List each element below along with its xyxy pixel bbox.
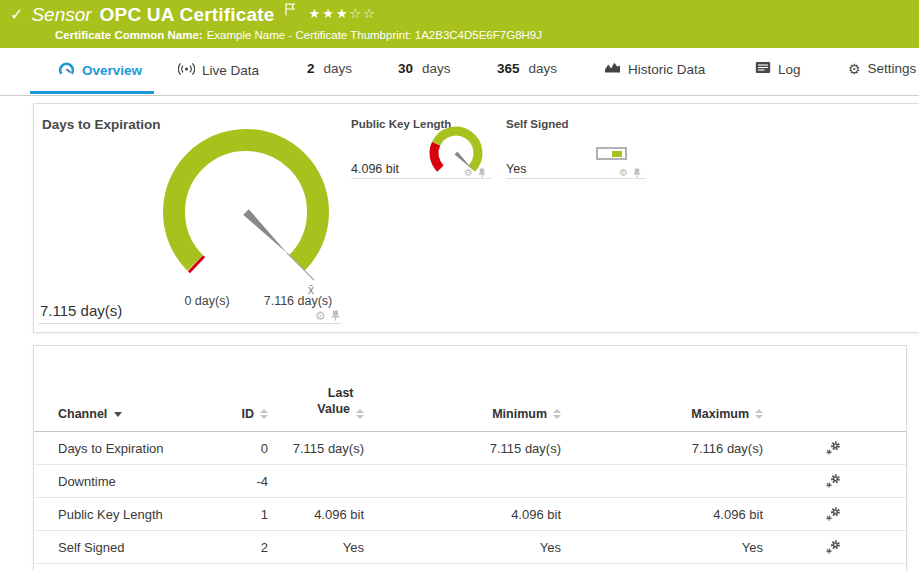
cell-maximum: 4.096 bit <box>713 507 763 522</box>
table-row-self-signed: Self Signed 2 Yes Yes Yes <box>34 531 906 564</box>
gauge-icon <box>58 61 75 79</box>
gauge-needle <box>243 209 287 253</box>
tab-30-days-unit: days <box>422 61 451 76</box>
days-to-expiration-value: 7.115 day(s) <box>40 302 122 319</box>
header-id[interactable]: ID <box>242 407 269 421</box>
public-key-length-value: 4.096 bit <box>351 162 399 176</box>
cell-minimum: Yes <box>540 540 561 555</box>
pin-icon[interactable] <box>478 164 486 182</box>
tab-bar: Overview Live Data 2 days 30 days 365 da… <box>0 48 919 96</box>
cell-minimum: 7.115 day(s) <box>490 441 561 456</box>
tab-settings[interactable]: ⚙ Settings <box>848 61 916 76</box>
days-to-expiration-gauge: x̄ <box>146 112 346 312</box>
cell-maximum: 7.116 day(s) <box>692 441 763 456</box>
self-signed-indicator-fill <box>612 151 622 157</box>
priority-flag-icon[interactable] <box>285 2 295 20</box>
cell-id: 0 <box>261 441 268 456</box>
cell-last-value: Yes <box>343 540 364 555</box>
self-signed-indicator <box>596 147 627 160</box>
sensor-title: OPC UA Certificate <box>100 4 275 26</box>
tab-log-label: Log <box>778 62 801 77</box>
historic-chart-icon <box>604 61 621 77</box>
header-maximum[interactable]: Maximum <box>691 407 763 421</box>
gauge-min-label: 0 day(s) <box>159 294 255 308</box>
sensor-kicker: Sensor <box>31 4 91 26</box>
tab-live-data[interactable]: Live Data <box>178 61 259 80</box>
subtitle-label: Certificate Common Name: <box>55 29 203 41</box>
gear-icon[interactable]: ⚙ <box>315 310 326 322</box>
tab-2-days-number: 2 <box>307 61 315 76</box>
status-check-icon: ✓ <box>10 5 23 25</box>
sort-icon <box>356 409 364 419</box>
sort-icon <box>553 409 561 419</box>
table-row-days-to-expiration: Days to Expiration 0 7.115 day(s) 7.115 … <box>34 432 906 465</box>
header-minimum[interactable]: Minimum <box>492 407 561 421</box>
self-signed-value: Yes <box>506 162 526 176</box>
tab-live-data-label: Live Data <box>202 63 259 78</box>
channel-settings-icon[interactable] <box>825 473 906 489</box>
sensor-header: ✓ Sensor OPC UA Certificate ★★★☆☆ Certif… <box>0 0 919 48</box>
channel-table-header: Channel ID Last Value Minimum Maximum <box>34 346 906 432</box>
tab-30-days-number: 30 <box>398 61 413 76</box>
channel-settings-icon[interactable] <box>825 506 906 522</box>
channel-settings-icon[interactable] <box>825 539 906 555</box>
active-tab-underline <box>30 91 154 94</box>
log-icon <box>755 61 771 77</box>
tab-365-days-number: 365 <box>497 61 520 76</box>
gauges-panel: Days to Expiration x̄ 0 day(s) 7.116 day… <box>33 103 919 333</box>
tab-365-days[interactable]: 365 days <box>497 61 557 76</box>
tab-historic-data[interactable]: Historic Data <box>604 61 705 77</box>
table-row-downtime: Downtime -4 <box>34 465 906 498</box>
channel-table-panel: Channel ID Last Value Minimum Maximum Da… <box>33 345 907 571</box>
pin-icon[interactable] <box>633 164 641 182</box>
block-divider <box>351 178 491 179</box>
settings-gear-icon: ⚙ <box>848 62 861 76</box>
cell-id: 2 <box>261 540 268 555</box>
subtitle-value: Example Name - Certificate Thumbprint: 1… <box>207 29 542 41</box>
tab-2-days-unit: days <box>324 61 353 76</box>
cell-channel[interactable]: Public Key Length <box>58 507 238 522</box>
table-row-public-key-length: Public Key Length 1 4.096 bit 4.096 bit … <box>34 498 906 531</box>
block-divider <box>506 178 646 179</box>
tab-2-days[interactable]: 2 days <box>307 61 352 76</box>
cell-channel[interactable]: Days to Expiration <box>58 441 238 456</box>
block-divider <box>38 323 341 324</box>
tab-overview-label: Overview <box>82 63 142 78</box>
gauge-title-days-to-expiration: Days to Expiration <box>42 117 161 132</box>
tab-365-days-unit: days <box>529 61 558 76</box>
tab-historic-data-label: Historic Data <box>628 62 705 77</box>
sort-icon <box>755 409 763 419</box>
cell-id: -4 <box>256 474 268 489</box>
priority-stars[interactable]: ★★★☆☆ <box>309 6 377 21</box>
tab-settings-label: Settings <box>868 61 917 76</box>
cell-channel[interactable]: Self Signed <box>58 540 238 555</box>
live-data-icon <box>178 61 195 80</box>
cell-maximum: Yes <box>742 540 763 555</box>
sensor-subtitle: Certificate Common Name:Example Name - C… <box>55 29 542 41</box>
cell-last-value: 4.096 bit <box>314 507 364 522</box>
header-channel[interactable]: Channel <box>58 407 238 421</box>
sort-icon <box>260 409 268 419</box>
cell-channel[interactable]: Downtime <box>58 474 238 489</box>
cell-minimum: 4.096 bit <box>511 507 561 522</box>
cell-last-value: 7.115 day(s) <box>293 441 364 456</box>
tab-overview[interactable]: Overview <box>58 61 142 79</box>
caret-down-icon <box>114 412 122 417</box>
channel-settings-icon[interactable] <box>825 440 906 456</box>
gauge-title-self-signed: Self Signed <box>506 118 569 130</box>
gauge-max-label: 7.116 day(s) <box>250 294 346 308</box>
header-last-value[interactable]: Last Value <box>317 386 364 421</box>
cell-id: 1 <box>261 507 268 522</box>
tab-log[interactable]: Log <box>755 61 801 77</box>
tab-30-days[interactable]: 30 days <box>398 61 451 76</box>
